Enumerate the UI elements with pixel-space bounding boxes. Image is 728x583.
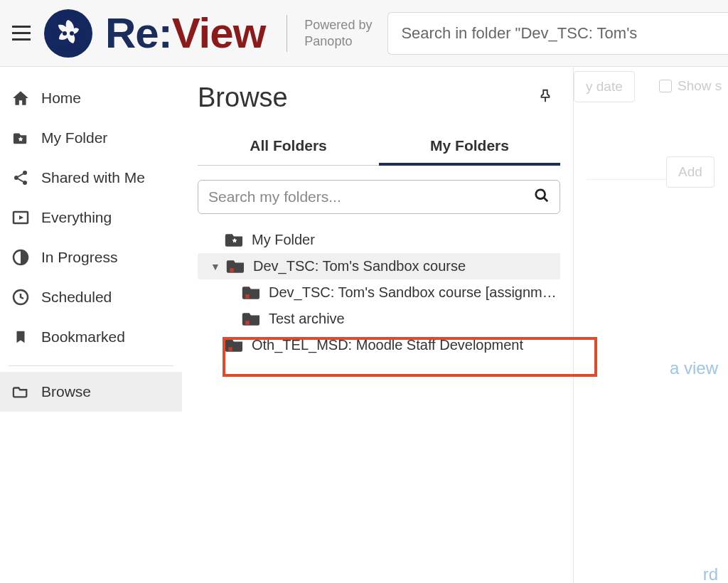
main-area: Home My Folder Shared with Me Everything… [0,67,728,583]
view-link[interactable]: a view [670,358,718,378]
menu-toggle-button[interactable] [7,19,36,48]
sidebar-item-home[interactable]: Home [0,78,182,118]
sidebar-item-scheduled[interactable]: Scheduled [0,277,182,317]
sidebar-item-label: In Progress [41,249,117,266]
sidebar: Home My Folder Shared with Me Everything… [0,67,182,583]
add-button[interactable]: Add [666,156,714,188]
divider [287,15,287,52]
sidebar-item-browse[interactable]: Browse [0,372,182,412]
powered-by-label: Powered by Panopto [304,17,372,49]
link-fragment: rd [703,565,718,583]
sidebar-item-shared[interactable]: Shared with Me [0,158,182,198]
folder-outline-icon [10,382,31,402]
brand-text-re: Re: [105,9,172,58]
sidebar-item-in-progress[interactable]: In Progress [0,237,182,277]
panel-title: Browse [198,82,560,113]
svg-point-2 [23,171,27,175]
sidebar-item-label: Everything [41,209,112,226]
folder-tabs: All Folders My Folders [198,129,560,166]
svg-point-7 [536,190,545,199]
svg-rect-10 [245,321,250,325]
tree-collapse-icon[interactable]: ▼ [208,261,223,272]
show-checkbox[interactable]: Show s [659,78,722,94]
folder-search-input[interactable] [208,188,534,205]
share-icon [10,168,31,188]
global-search-input[interactable] [401,24,715,43]
sidebar-item-my-folder[interactable]: My Folder [0,118,182,158]
sidebar-item-label: Bookmarked [41,328,125,346]
clock-icon [10,287,31,307]
svg-rect-8 [230,268,234,272]
sidebar-item-label: Scheduled [41,289,112,306]
content-area-obscured: y date Show s Add a view rd [574,67,728,583]
tree-label: Dev_TSC: Tom's Sandbox course [253,258,466,274]
folder-search[interactable] [198,180,560,214]
checkbox-icon [659,80,672,92]
svg-point-1 [14,176,18,180]
folder-dot-icon [242,285,262,301]
folder-dot-icon [226,259,246,274]
folder-star-icon [10,128,31,148]
browse-panel: Browse All Folders My Folders My Folder … [182,67,574,583]
brand-wordmark: Re:View [105,9,265,58]
svg-rect-11 [228,347,232,351]
sort-by-date-button[interactable]: y date [574,71,635,102]
global-search[interactable] [387,12,728,55]
sidebar-item-label: Home [41,90,81,107]
folder-dot-icon [225,338,245,353]
brand-text-view: View [172,9,266,58]
home-icon [10,88,31,108]
tree-label: Test archive [269,311,345,327]
sidebar-divider [9,365,173,366]
search-icon[interactable] [534,188,550,206]
tree-item-my-folder[interactable]: My Folder [198,227,560,253]
top-bar: Re:View Powered by Panopto [0,0,728,67]
folder-tree: My Folder ▼ Dev_TSC: Tom's Sandbox cours… [198,227,560,358]
play-box-icon [10,208,31,228]
tree-label: My Folder [252,232,315,248]
progress-circle-icon [10,247,31,267]
bookmark-icon [10,327,31,347]
sidebar-item-label: Shared with Me [41,169,145,186]
sidebar-item-bookmarked[interactable]: Bookmarked [0,317,182,357]
tree-item-test-archive[interactable]: Test archive [198,306,560,332]
pin-button[interactable] [537,88,553,107]
tab-my-folders[interactable]: My Folders [379,129,560,166]
svg-point-3 [23,181,27,185]
sidebar-item-label: Browse [41,383,91,400]
sidebar-item-everything[interactable]: Everything [0,198,182,237]
tree-label: Dev_TSC: Tom's Sandbox course [assignmen… [269,284,557,301]
tab-all-folders[interactable]: All Folders [198,129,379,165]
tree-item-dev-tsc-assignment[interactable]: Dev_TSC: Tom's Sandbox course [assignmen… [198,279,560,306]
tree-label: Oth_TEL_MSD: Moodle Staff Development [252,337,523,353]
sidebar-item-label: My Folder [41,129,107,146]
folder-dot-icon [242,311,262,327]
svg-rect-9 [245,294,250,299]
folder-star-icon [225,232,245,248]
tree-item-dev-tsc[interactable]: ▼ Dev_TSC: Tom's Sandbox course [198,253,560,279]
brand-seal-icon [44,9,92,58]
tree-item-oth-tel-msd[interactable]: Oth_TEL_MSD: Moodle Staff Development [198,332,560,358]
